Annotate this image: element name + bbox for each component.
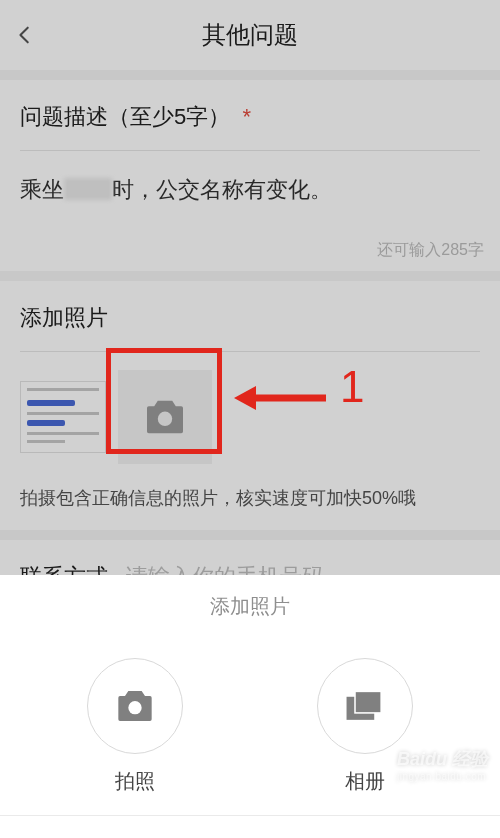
svg-point-5 bbox=[128, 701, 141, 714]
page-title: 其他问题 bbox=[202, 19, 298, 51]
take-photo-label: 拍照 bbox=[115, 768, 155, 795]
description-text-prefix: 乘坐 bbox=[20, 177, 64, 202]
description-input[interactable]: 乘坐时，公交名称有变化。 还可输入285字 bbox=[0, 151, 500, 271]
annotation-number-1: 1 bbox=[340, 362, 364, 412]
back-button[interactable] bbox=[14, 0, 36, 70]
cancel-button[interactable]: 取消 bbox=[0, 816, 500, 838]
photo-thumbnail[interactable] bbox=[20, 381, 106, 453]
svg-rect-8 bbox=[356, 692, 381, 712]
sheet-title: 添加照片 bbox=[210, 593, 290, 620]
annotation-arrow-1 bbox=[232, 380, 328, 416]
description-label-text: 问题描述（至少5字） bbox=[20, 104, 230, 129]
album-circle bbox=[317, 658, 413, 754]
take-photo-option[interactable]: 拍照 bbox=[87, 658, 183, 795]
description-section: 问题描述（至少5字） * 乘坐时，公交名称有变化。 还可输入285字 bbox=[0, 80, 500, 271]
screen: 其他问题 问题描述（至少5字） * 乘坐时，公交名称有变化。 还可输入285字 … bbox=[0, 0, 500, 838]
photo-hint: 拍摄包含正确信息的照片，核实速度可加快50%哦 bbox=[0, 474, 500, 530]
description-text-suffix: 时，公交名称有变化。 bbox=[112, 177, 332, 202]
svg-marker-2 bbox=[234, 386, 256, 410]
redacted-text bbox=[64, 178, 112, 200]
album-icon bbox=[345, 689, 385, 723]
take-photo-circle bbox=[87, 658, 183, 754]
description-text: 乘坐时，公交名称有变化。 bbox=[20, 175, 480, 206]
required-mark: * bbox=[242, 104, 251, 129]
sheet-options: 拍照 相册 bbox=[0, 630, 500, 815]
camera-icon bbox=[115, 689, 155, 723]
photo-label: 添加照片 bbox=[0, 281, 500, 351]
header-bar: 其他问题 bbox=[0, 0, 500, 70]
album-label: 相册 bbox=[345, 768, 385, 795]
annotation-box-1 bbox=[106, 348, 222, 454]
chevron-left-icon bbox=[14, 24, 36, 46]
action-sheet: 添加照片 拍照 bbox=[0, 575, 500, 838]
album-option[interactable]: 相册 bbox=[317, 658, 413, 795]
description-label: 问题描述（至少5字） * bbox=[0, 80, 500, 150]
char-counter: 还可输入285字 bbox=[377, 240, 484, 261]
sheet-title-row: 添加照片 bbox=[0, 575, 500, 630]
